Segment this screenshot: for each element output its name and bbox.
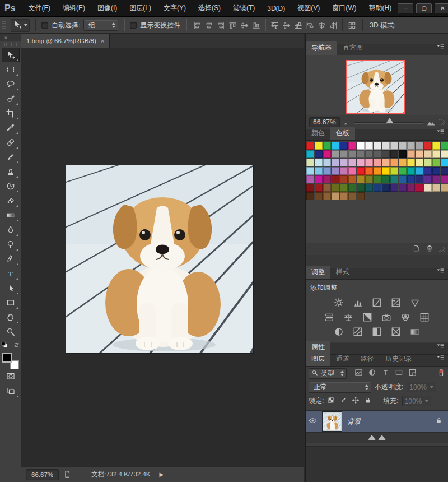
color-swatch[interactable] — [315, 150, 323, 158]
menu-item[interactable]: 滤镜(T) — [227, 3, 261, 13]
document-image[interactable] — [66, 165, 253, 353]
color-swatch[interactable] — [416, 175, 423, 183]
color-swatch[interactable] — [399, 159, 407, 166]
color-swatch[interactable] — [315, 184, 323, 192]
auto-align-icon[interactable] — [347, 20, 357, 30]
layers-tab[interactable]: 路径 — [355, 353, 380, 366]
lasso-tool[interactable] — [2, 77, 20, 91]
color-swatch[interactable] — [357, 175, 365, 183]
color-swatch[interactable] — [441, 159, 448, 166]
adjustment-filter-icon[interactable] — [368, 368, 376, 378]
align-left-icon[interactable] — [192, 20, 202, 30]
navigator-tab[interactable]: 导航器 — [306, 41, 337, 55]
shape-filter-icon[interactable] — [395, 368, 403, 378]
color-swatch[interactable] — [374, 159, 381, 166]
color-swatch[interactable] — [441, 184, 448, 192]
color-swatch[interactable] — [399, 142, 407, 150]
panel-menu-icon[interactable] — [432, 351, 448, 366]
color-swatch[interactable] — [306, 175, 314, 183]
posterize-adjustment-icon[interactable] — [351, 326, 365, 337]
color-swatch[interactable] — [306, 150, 314, 158]
panel-menu-icon[interactable] — [432, 265, 448, 279]
color-swatch[interactable] — [306, 192, 314, 200]
opacity-field[interactable]: 100% — [407, 382, 436, 392]
brightness-contrast-adjustment-icon[interactable] — [332, 297, 346, 308]
status-expand-arrow[interactable]: ▶ — [156, 470, 167, 479]
color-swatch[interactable] — [432, 167, 440, 175]
minimize-button[interactable]: ─ — [398, 3, 413, 13]
color-swatch[interactable] — [306, 142, 314, 150]
menu-item[interactable]: 视图(V) — [291, 3, 326, 13]
invert-adjustment-icon[interactable] — [332, 326, 346, 337]
align-v-center-icon[interactable] — [239, 20, 249, 30]
new-swatch-icon[interactable] — [412, 244, 420, 254]
color-swatch[interactable] — [424, 150, 432, 158]
marquee-tool[interactable] — [2, 62, 20, 77]
color-swatch[interactable] — [348, 142, 356, 150]
color-swatch[interactable] — [340, 142, 348, 150]
black-white-adjustment-icon[interactable] — [361, 312, 374, 323]
gradient-tool[interactable] — [2, 208, 20, 223]
lock-transparency-icon[interactable] — [327, 396, 335, 406]
auto-select-dropdown[interactable]: 组 — [83, 20, 118, 31]
color-swatch[interactable] — [416, 167, 423, 175]
panel-drag-handles[interactable] — [306, 433, 448, 440]
curves-adjustment-icon[interactable] — [370, 297, 384, 308]
align-right-icon[interactable] — [216, 20, 226, 30]
foreground-background-colors[interactable] — [2, 353, 19, 369]
color-swatch[interactable] — [323, 167, 331, 175]
selective-color-adjustment-icon[interactable] — [389, 326, 403, 337]
color-swatch[interactable] — [374, 142, 381, 150]
panel-menu-icon[interactable] — [432, 40, 448, 55]
pixel-filter-icon[interactable] — [354, 368, 363, 378]
swap-colors-icon[interactable] — [13, 341, 20, 350]
canvas-area[interactable] — [21, 48, 304, 466]
color-tab[interactable]: 颜色 — [306, 127, 330, 140]
color-swatch[interactable] — [332, 142, 339, 150]
color-swatch[interactable] — [340, 167, 348, 175]
color-swatch[interactable] — [407, 159, 415, 166]
crop-tool[interactable] — [2, 106, 20, 121]
panel-menu-icon[interactable] — [432, 126, 448, 140]
color-swatch[interactable] — [407, 150, 415, 158]
maximize-button[interactable]: ▢ — [416, 3, 432, 13]
eyedropper-tool[interactable] — [2, 121, 20, 135]
align-top-icon[interactable] — [227, 20, 237, 30]
pen-tool[interactable] — [2, 252, 20, 266]
menu-item[interactable]: 窗口(W) — [326, 3, 362, 13]
color-swatch[interactable] — [323, 184, 331, 192]
resize-grip[interactable] — [439, 119, 445, 125]
dist-right-icon[interactable] — [328, 20, 338, 30]
color-swatch[interactable] — [382, 150, 390, 158]
auto-select-checkbox[interactable] — [41, 22, 48, 29]
menu-item[interactable]: 文件(F) — [22, 3, 57, 13]
color-swatch[interactable] — [399, 175, 407, 183]
default-colors-icon[interactable] — [1, 341, 8, 350]
blur-tool[interactable] — [2, 223, 20, 237]
zoom-tool[interactable] — [2, 325, 20, 339]
color-swatch[interactable] — [424, 142, 432, 150]
color-swatch[interactable] — [432, 142, 440, 150]
zoom-level-field[interactable]: 66.67% — [26, 469, 59, 480]
color-swatch[interactable] — [332, 175, 339, 183]
color-swatch[interactable] — [357, 159, 365, 166]
color-swatch[interactable] — [390, 167, 398, 175]
color-swatch[interactable] — [382, 175, 390, 183]
color-swatch[interactable] — [424, 167, 432, 175]
layers-tab[interactable]: 图层 — [306, 353, 330, 366]
color-swatch[interactable] — [416, 142, 423, 150]
color-tab[interactable]: 色板 — [330, 127, 355, 140]
navigator-zoom-field[interactable]: 66.67% — [309, 117, 340, 127]
rectangle-tool[interactable] — [2, 295, 20, 310]
type-filter-icon[interactable]: T — [381, 368, 390, 378]
color-swatch[interactable] — [315, 159, 323, 166]
color-swatch[interactable] — [332, 184, 339, 192]
threshold-adjustment-icon[interactable] — [370, 326, 384, 337]
color-swatch[interactable] — [323, 192, 331, 200]
color-swatch[interactable] — [332, 167, 339, 175]
color-swatch[interactable] — [390, 142, 398, 150]
color-swatch[interactable] — [390, 184, 398, 192]
color-swatch[interactable] — [340, 192, 348, 200]
color-swatch[interactable] — [432, 159, 440, 166]
color-swatch[interactable] — [374, 184, 381, 192]
